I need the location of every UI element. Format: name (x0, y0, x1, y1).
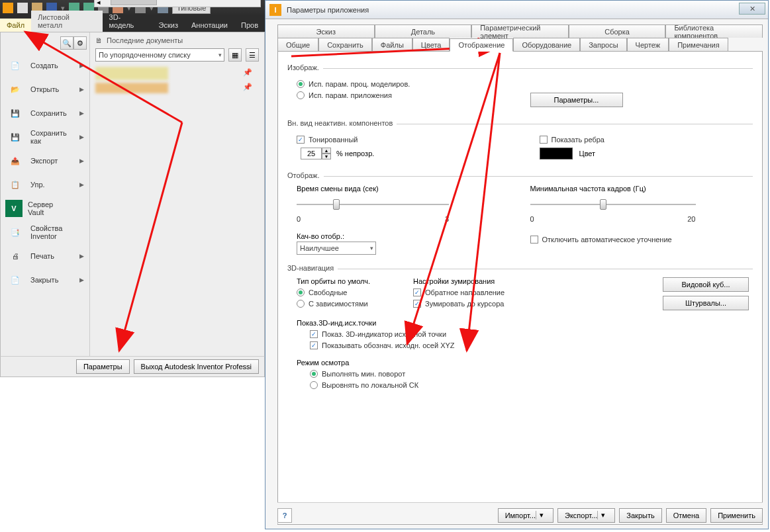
file-menu-right: 🗎 Последние документы По упорядоченному … (90, 32, 264, 377)
tab-prompts[interactable]: Запросы (580, 38, 626, 51)
vault-icon: V (5, 200, 23, 217)
zoom-label: Настройки зумирования (413, 277, 526, 285)
file-item-close[interactable]: 📄Закрыть▶ (3, 268, 87, 292)
recent-item-2[interactable] (95, 83, 168, 93)
import-button[interactable]: Импорт...▾ (498, 508, 553, 523)
settings-button[interactable]: Параметры... (530, 93, 623, 107)
file-item-open[interactable]: 📂Открыть▶ (3, 77, 87, 101)
help-button[interactable]: ? (277, 508, 292, 523)
pin-icon[interactable]: 📌 (243, 68, 252, 77)
steeringwheels-button[interactable]: Штурвалы... (663, 296, 749, 310)
options-button[interactable]: Параметры (76, 359, 130, 374)
check-show-xyzlabels[interactable]: Показывать обознач. исходн. осей XYZ (310, 341, 753, 349)
ribbon-tab-check[interactable]: Пров (234, 19, 265, 32)
file-item-new[interactable]: 📄Создать▶ (3, 54, 87, 77)
recent-scrollbar[interactable]: ◂ (94, 0, 261, 7)
tab-general[interactable]: Общие (277, 38, 318, 51)
recent-icon: 🗎 (95, 36, 103, 44)
dialog-titlebar: I Параметры приложения ✕ (265, 1, 768, 19)
close-dialog-button[interactable]: Закрыть (619, 508, 661, 523)
file-menu-footer: Параметры Выход Autodesk Inventor Profes… (0, 356, 265, 377)
tab-save[interactable]: Сохранить (318, 38, 372, 51)
viewcube-button[interactable]: Видовой куб... (663, 277, 749, 292)
tab-assembly[interactable]: Сборка (569, 24, 666, 38)
slider1-label: Время смены вида (сек) (297, 185, 510, 193)
document-icon: 📄 (5, 57, 25, 74)
quality-combo[interactable]: Наилучшее (297, 242, 376, 255)
file-item-manage[interactable]: 📋Упр.▶ (3, 173, 87, 197)
export-button[interactable]: Экспорт...▾ (557, 508, 615, 523)
close-button[interactable]: ✕ (739, 3, 765, 15)
color-label: Цвет (579, 150, 596, 157)
quality-label: Кач-во отобр.: (297, 232, 510, 240)
ribbon-tab-annotations[interactable]: Аннотации (185, 19, 234, 32)
check-show-edges[interactable]: Показать ребра (540, 136, 753, 144)
radio-align-local[interactable]: Выровнять по локальной СК (310, 381, 753, 389)
ribbon-tab-file[interactable]: Файл (0, 19, 31, 32)
pin-icon[interactable]: 📌 (243, 83, 252, 91)
tab-contentlib[interactable]: Библиотека компонентов (665, 24, 763, 38)
check-show-3dindicator[interactable]: Показ. 3D-индикатор исходной точки (310, 330, 753, 338)
radio-orbit-free[interactable]: Свободные (297, 288, 400, 296)
ribbon-tabs: Файл Листовой металл 3D-модель Эскиз Анн… (0, 16, 265, 32)
tab-display[interactable]: Отображение (450, 38, 513, 52)
min-framerate-slider[interactable] (530, 197, 696, 212)
tab-ifeature[interactable]: Параметрический элемент (471, 24, 569, 38)
tab-drawing[interactable]: Чертеж (627, 38, 669, 51)
dialog-tabs-row1: Эскиз Деталь Параметрический элемент Сбо… (277, 24, 763, 38)
exit-button[interactable]: Выход Autodesk Inventor Professi (134, 359, 259, 374)
color-swatch[interactable] (540, 148, 573, 159)
view-transition-slider[interactable] (297, 197, 449, 212)
options-icon[interactable]: ⚙ (73, 36, 87, 50)
tab-colors[interactable]: Цвета (412, 38, 450, 51)
dialog-body: Изображ. Исп. парам. проц. моделиров. Ис… (277, 51, 763, 525)
apply-button[interactable]: Применить (710, 508, 763, 523)
tab-sketch[interactable]: Эскиз (277, 24, 375, 38)
check-reverse-zoom[interactable]: Обратное направление (413, 288, 526, 296)
app-icon (3, 3, 13, 13)
ribbon-tab-sheetmetal[interactable]: Листовой металл (31, 11, 102, 32)
recent-docs-header: 🗎 Последние документы (95, 36, 259, 44)
group-lookat: Режим осмотра (297, 359, 753, 367)
tab-files[interactable]: Файлы (372, 38, 412, 51)
file-menu: 🔍 ⚙ 📄Создать▶ 📂Открыть▶ 💾Сохранить▶ 💾Сох… (0, 32, 265, 377)
check-auto-refine[interactable]: Отключить автоматическое уточнение (530, 236, 753, 244)
file-item-export[interactable]: 📤Экспорт▶ (3, 149, 87, 173)
file-item-vault[interactable]: VСервер Vault (3, 197, 87, 220)
app-options-dialog: I Параметры приложения ✕ Эскиз Деталь Па… (265, 0, 769, 529)
radio-use-app[interactable]: Исп. парам. приложения (297, 91, 510, 99)
slider2-label: Минимальная частота кадров (Гц) (530, 185, 753, 193)
radio-use-process[interactable]: Исп. парам. проц. моделиров. (297, 80, 510, 88)
view-small-icon[interactable]: ☰ (246, 48, 259, 62)
file-menu-left: 🔍 ⚙ 📄Создать▶ 📂Открыть▶ 💾Сохранить▶ 💾Сох… (1, 32, 90, 377)
file-item-saveas[interactable]: 💾Сохранить как▶ (3, 125, 87, 149)
ribbon-tab-sketch[interactable]: Эскиз (152, 19, 185, 32)
cancel-button[interactable]: Отмена (666, 508, 706, 523)
tab-part[interactable]: Деталь (375, 24, 472, 38)
new-icon[interactable] (17, 3, 28, 13)
export-icon: 📤 (5, 152, 25, 169)
view-large-icon[interactable]: ▦ (228, 48, 242, 62)
opacity-input[interactable] (301, 148, 322, 159)
tab-hardware[interactable]: Оборудование (513, 38, 580, 51)
group-inactive: Вн. вид неактивн. компонентов (287, 119, 393, 127)
radio-min-rotation[interactable]: Выполнять мин. поворот (310, 370, 753, 378)
sort-combo[interactable]: По упорядоченному списку (95, 48, 224, 62)
recent-item-1[interactable] (95, 67, 168, 80)
manage-icon: 📋 (5, 176, 25, 193)
check-toned[interactable]: Тонированный (297, 136, 510, 144)
orbit-label: Тип орбиты по умолч. (297, 277, 400, 285)
dialog-icon: I (269, 4, 281, 16)
radio-orbit-constrained[interactable]: С зависимостями (297, 300, 400, 308)
check-zoom-cursor[interactable]: Зумировать до курсора (413, 300, 526, 308)
file-item-print[interactable]: 🖨Печать▶ (3, 244, 87, 268)
search-icon[interactable]: 🔍 (60, 36, 73, 50)
dialog-footer: ? Импорт...▾ Экспорт...▾ Закрыть Отмена … (277, 502, 763, 523)
opacity-spinner[interactable]: ▲▼ (301, 148, 331, 159)
folder-open-icon: 📂 (5, 81, 25, 98)
file-item-properties[interactable]: 📑Свойства Inventor (3, 220, 87, 244)
file-item-save[interactable]: 💾Сохранить▶ (3, 101, 87, 125)
tab-notes[interactable]: Примечания (669, 38, 728, 51)
ribbon-tab-3dmodel[interactable]: 3D-модель (103, 11, 152, 32)
recent-title: Последние документы (107, 36, 183, 44)
